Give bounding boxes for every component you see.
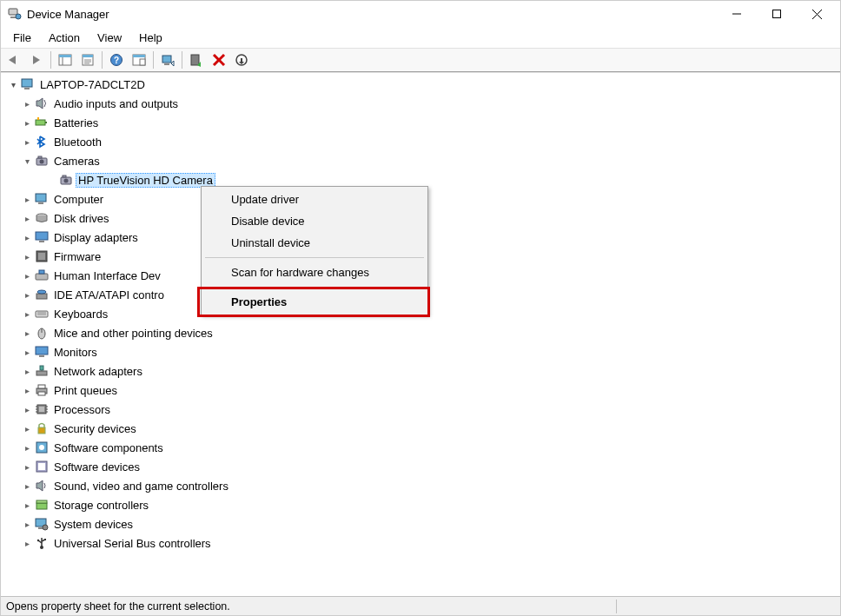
chevron-right-icon[interactable]: ▸ (20, 383, 34, 397)
tree-category[interactable]: ▾Cameras (3, 151, 840, 170)
mouse-icon (34, 326, 50, 340)
chevron-down-icon[interactable]: ▾ (20, 154, 34, 168)
svg-rect-52 (36, 294, 47, 299)
context-menu-item[interactable]: Disable device (203, 210, 426, 232)
chevron-right-icon[interactable]: ▸ (20, 498, 34, 512)
toolbar-action-button[interactable] (129, 50, 149, 70)
chevron-right-icon[interactable]: ▸ (20, 211, 34, 225)
tree-root[interactable]: ▾ LAPTOP-7ADCLT2D (3, 75, 840, 94)
tree-category[interactable]: ▸Universal Serial Bus controllers (3, 533, 840, 553)
chevron-right-icon[interactable]: ▸ (20, 230, 34, 244)
svg-rect-62 (40, 366, 43, 370)
tree-category[interactable]: ▸System devices (3, 514, 840, 533)
svg-rect-35 (45, 122, 47, 123)
svg-rect-13 (83, 55, 93, 57)
chevron-right-icon[interactable]: ▸ (20, 536, 34, 550)
maximize-button[interactable] (757, 1, 797, 27)
close-button[interactable] (797, 1, 837, 27)
menu-view[interactable]: View (89, 30, 130, 46)
storage-icon (34, 498, 50, 512)
svg-rect-60 (39, 355, 44, 357)
tree-category[interactable]: ▸Software devices (3, 457, 840, 476)
toolbar-back-button[interactable] (3, 50, 24, 70)
toolbar-separator (182, 51, 182, 69)
tree-category[interactable]: ▸Security devices (3, 419, 840, 438)
toolbar-update-driver-button[interactable] (157, 50, 178, 70)
context-menu-separator (205, 287, 424, 288)
chevron-right-icon[interactable]: ▸ (20, 479, 34, 493)
chevron-right-icon[interactable]: ▸ (20, 326, 34, 340)
svg-rect-20 (133, 55, 145, 57)
tree-category[interactable]: ▸Software components (3, 438, 840, 457)
tree-category[interactable]: ▸Print queues (3, 381, 840, 400)
tree-category[interactable]: ▸Sound, video and game controllers (3, 476, 840, 495)
toolbar-properties-button[interactable] (77, 50, 98, 70)
chevron-right-icon[interactable]: ▸ (20, 192, 34, 206)
chevron-right-icon[interactable]: ▸ (20, 345, 34, 359)
chevron-right-icon[interactable]: ▸ (20, 421, 34, 435)
context-menu-item[interactable]: Scan for hardware changes (203, 262, 426, 283)
svg-rect-44 (38, 202, 43, 204)
svg-rect-75 (38, 427, 45, 434)
tree-category-label: Sound, video and game controllers (51, 479, 231, 493)
context-menu-item[interactable]: Update driver (203, 189, 426, 210)
toolbar-separator (102, 51, 103, 69)
chevron-right-icon[interactable]: ▸ (20, 249, 34, 263)
chevron-right-icon[interactable]: ▸ (20, 268, 34, 282)
chevron-right-icon[interactable]: ▸ (20, 135, 34, 149)
context-menu-separator (205, 257, 424, 258)
toolbar-console-tree-button[interactable] (55, 50, 76, 70)
cpu-icon (34, 402, 50, 416)
chevron-right-icon[interactable]: ▸ (20, 402, 34, 416)
computer-icon (20, 77, 36, 91)
chevron-right-icon[interactable]: ▸ (20, 96, 34, 110)
toolbar-scan-hardware-button[interactable] (231, 50, 252, 70)
tree-category[interactable]: ▸Processors (3, 400, 840, 419)
tree-category-label: Bluetooth (51, 135, 104, 149)
keyboard-icon (34, 307, 50, 321)
tree-category-label: Keyboards (51, 307, 110, 321)
toolbar-enable-device-button[interactable] (186, 50, 207, 70)
svg-rect-43 (36, 194, 46, 202)
chevron-down-icon[interactable]: ▾ (6, 77, 20, 91)
tree-category[interactable]: ▸Batteries (3, 113, 840, 132)
app-icon (8, 7, 22, 21)
disk-icon (34, 211, 50, 225)
chevron-right-icon[interactable]: ▸ (20, 364, 34, 378)
menu-file[interactable]: File (4, 30, 40, 46)
tree-category[interactable]: ▸Network adapters (3, 361, 840, 381)
tree-category[interactable]: ▸Bluetooth (3, 132, 840, 151)
svg-rect-50 (36, 274, 48, 280)
svg-rect-32 (24, 88, 30, 89)
chevron-right-icon[interactable]: ▸ (20, 517, 34, 531)
chevron-right-icon[interactable]: ▸ (20, 288, 34, 301)
svg-rect-91 (44, 539, 46, 540)
toolbar-uninstall-button[interactable] (209, 50, 229, 70)
tree-category[interactable]: ▸Monitors (3, 342, 840, 361)
chevron-right-icon[interactable]: ▸ (20, 440, 34, 454)
tree-category-label: Audio inputs and outputs (51, 96, 181, 111)
tree-category-label: Human Interface Dev (51, 268, 163, 283)
chevron-right-icon[interactable]: ▸ (20, 116, 34, 129)
minimize-button[interactable] (717, 1, 757, 27)
camera-icon (58, 173, 74, 187)
toolbar-help-button[interactable]: ? (106, 50, 127, 70)
tree-category[interactable]: ▸Audio inputs and outputs (3, 94, 840, 113)
chevron-right-icon[interactable]: ▸ (20, 460, 34, 474)
monitor-icon (34, 345, 50, 359)
device-tree[interactable]: ▾ LAPTOP-7ADCLT2D ▸Audio inputs and outp… (1, 72, 840, 596)
tree-category-label: Display adapters (51, 230, 141, 245)
tree-category[interactable]: ▸Mice and other pointing devices (3, 323, 840, 342)
context-menu-item[interactable]: Uninstall device (203, 232, 426, 254)
sound-icon (34, 479, 50, 493)
svg-rect-51 (39, 270, 44, 274)
context-menu-item[interactable]: Properties (203, 291, 426, 313)
swdev-icon (34, 460, 50, 474)
network-icon (34, 364, 50, 378)
tree-category[interactable]: ▸Storage controllers (3, 495, 840, 514)
toolbar-forward-button[interactable] (26, 50, 47, 70)
speaker-icon (34, 96, 50, 110)
menu-help[interactable]: Help (130, 30, 171, 46)
chevron-right-icon[interactable]: ▸ (20, 307, 34, 321)
menu-action[interactable]: Action (40, 30, 89, 46)
